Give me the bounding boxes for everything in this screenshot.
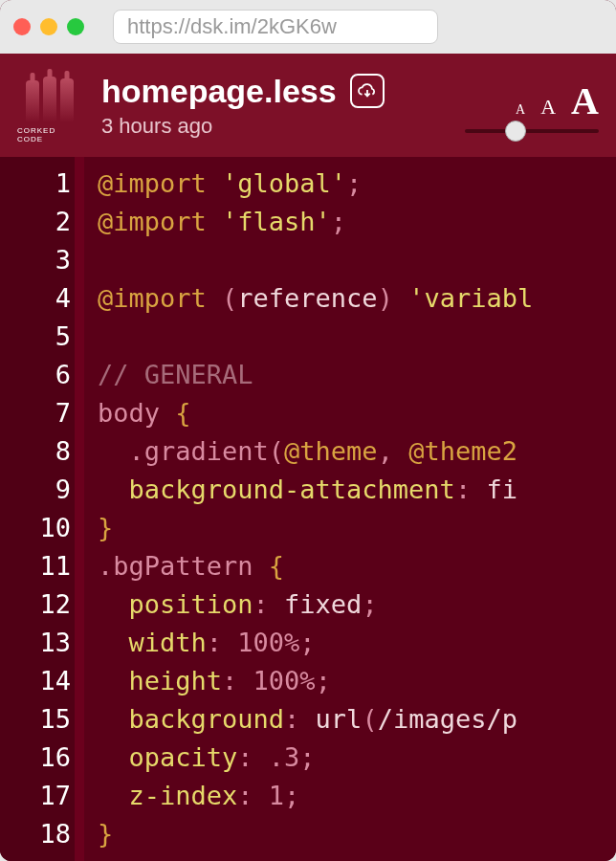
line-gutter: 123456789101112131415161718 xyxy=(0,157,84,861)
code-line: height: 100%; xyxy=(98,662,616,700)
header: CORKED CODE homepage.less 3 hours ago A … xyxy=(0,54,616,157)
code-line: } xyxy=(98,509,616,547)
code-editor: 123456789101112131415161718 @import 'glo… xyxy=(0,157,616,861)
code-line: position: fixed; xyxy=(98,585,616,624)
download-button[interactable] xyxy=(350,74,385,108)
line-number: 15 xyxy=(0,700,71,739)
window-controls xyxy=(13,18,84,35)
code-line: background-attachment: fi xyxy=(98,471,616,509)
line-number: 10 xyxy=(0,509,71,547)
minimize-icon[interactable] xyxy=(40,18,57,35)
code-line: .gradient(@theme, @theme2 xyxy=(98,432,616,471)
titlebar: https://dsk.im/2kGK6w xyxy=(0,0,616,54)
line-number: 8 xyxy=(0,432,71,471)
line-number: 5 xyxy=(0,318,71,356)
code-line: // GENERAL xyxy=(98,356,616,394)
line-number: 13 xyxy=(0,624,71,662)
code-line xyxy=(98,318,616,356)
font-size-letters: A A A xyxy=(516,78,599,123)
close-icon[interactable] xyxy=(13,18,31,35)
app-window: https://dsk.im/2kGK6w CORKED CODE homepa… xyxy=(0,0,616,861)
code-line: opacity: .3; xyxy=(98,739,616,777)
title-row: homepage.less xyxy=(101,73,446,110)
code-line: @import 'flash'; xyxy=(98,203,616,241)
line-number: 4 xyxy=(0,279,71,318)
line-number: 2 xyxy=(0,203,71,241)
bottles-icon xyxy=(26,69,74,122)
font-size-slider[interactable] xyxy=(465,129,599,133)
line-number: 16 xyxy=(0,739,71,777)
font-size-small[interactable]: A xyxy=(516,102,525,118)
code-line: body { xyxy=(98,394,616,432)
line-number: 17 xyxy=(0,777,71,815)
line-number: 12 xyxy=(0,585,71,624)
font-size-control: A A A xyxy=(465,78,599,133)
code-line: @import 'global'; xyxy=(98,165,616,203)
title-block: homepage.less 3 hours ago xyxy=(101,73,446,139)
line-number: 3 xyxy=(0,241,71,279)
code-area[interactable]: @import 'global';@import 'flash';@import… xyxy=(84,157,616,861)
line-number: 6 xyxy=(0,356,71,394)
font-size-medium[interactable]: A xyxy=(540,95,556,120)
url-bar[interactable]: https://dsk.im/2kGK6w xyxy=(113,10,438,44)
code-line: } xyxy=(98,815,616,853)
code-line: z-index: 1; xyxy=(98,777,616,815)
app-logo: CORKED CODE xyxy=(17,67,82,144)
line-number: 7 xyxy=(0,394,71,432)
logo-label: CORKED CODE xyxy=(17,126,82,144)
line-number: 14 xyxy=(0,662,71,700)
code-line: width: 100%; xyxy=(98,624,616,662)
code-line: @import (reference) 'variabl xyxy=(98,279,616,318)
line-number: 9 xyxy=(0,471,71,509)
line-number: 18 xyxy=(0,815,71,853)
timestamp: 3 hours ago xyxy=(101,114,446,139)
line-number: 11 xyxy=(0,547,71,585)
url-text: https://dsk.im/2kGK6w xyxy=(127,14,337,39)
cloud-download-icon xyxy=(357,82,378,99)
file-title: homepage.less xyxy=(101,73,337,110)
code-line xyxy=(98,241,616,279)
code-line: .bgPattern { xyxy=(98,547,616,585)
zoom-icon[interactable] xyxy=(67,18,84,35)
code-line: background: url(/images/p xyxy=(98,700,616,739)
line-number: 1 xyxy=(0,165,71,203)
font-size-large[interactable]: A xyxy=(571,78,599,123)
slider-thumb[interactable] xyxy=(505,121,526,142)
